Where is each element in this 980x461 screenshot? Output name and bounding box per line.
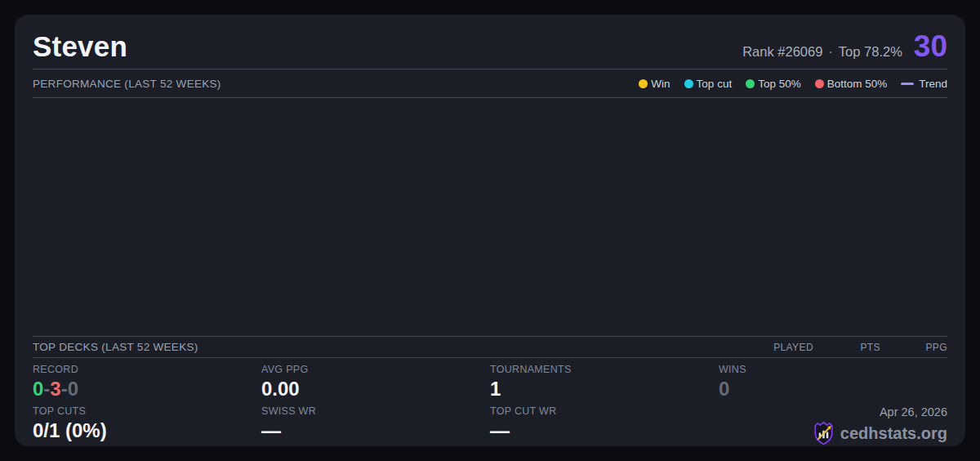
record-separator: - (61, 378, 68, 400)
stats-row-2: TOP CUTS 0/1 (0%) SWISS WR — TOP CUT WR … (33, 400, 947, 445)
brand-name: cedhstats.org (840, 424, 947, 443)
stat-label: TOP CUTS (33, 405, 261, 417)
stat-label: SWISS WR (261, 405, 490, 417)
legend-label: Win (651, 78, 670, 90)
stat-label: TOURNAMENTS (490, 364, 719, 375)
player-name: Steven (33, 31, 127, 62)
legend-label: Trend (919, 78, 947, 90)
brand: cedhstats.org (719, 421, 947, 445)
stat-record: RECORD 0-3-0 (33, 358, 261, 400)
legend-label: Bottom 50% (827, 78, 888, 90)
column-ppg: PPG (880, 342, 947, 353)
swiss-wr-value: — (261, 419, 490, 441)
legend-item-top-50: Top 50% (746, 78, 801, 90)
performance-chart (33, 98, 947, 336)
top-cut-dot-icon (684, 79, 693, 88)
legend-item-bottom-50: Bottom 50% (815, 78, 888, 90)
stat-wins: WINS 0 (719, 358, 947, 400)
rank-text: Rank #26069·Top 78.2% (742, 44, 902, 60)
win-dot-icon (639, 79, 648, 88)
rank-summary: Rank #26069·Top 78.2% 30 (742, 33, 947, 60)
stat-label: WINS (719, 364, 947, 375)
top-decks-header: TOP DECKS (LAST 52 WEEKS) PLAYED PTS PPG (33, 337, 947, 357)
top-50-dot-icon (746, 79, 755, 88)
legend-label: Top cut (697, 78, 733, 90)
stats-section: RECORD 0-3-0 AVG PPG 0.00 TOURNAMENTS 1 … (33, 358, 947, 445)
legend-item-trend: Trend (901, 78, 947, 90)
legend-item-top-cut: Top cut (684, 78, 733, 90)
record-wins: 0 (33, 378, 43, 400)
top-cuts-value: 0/1 (0%) (33, 419, 261, 441)
stat-top-cuts: TOP CUTS 0/1 (0%) (33, 400, 261, 445)
generated-date: Apr 26, 2026 (719, 405, 947, 418)
column-played: PLAYED (746, 342, 813, 353)
tournaments-value: 1 (490, 378, 719, 400)
trend-line-icon (901, 83, 914, 85)
stat-swiss-wr: SWISS WR — (261, 400, 490, 445)
card-footer: Apr 26, 2026 cedhstats.org (719, 400, 947, 445)
bottom-50-dot-icon (815, 79, 824, 88)
performance-header: PERFORMANCE (LAST 52 WEEKS) Win Top cut … (33, 69, 947, 97)
record-value: 0-3-0 (33, 378, 261, 400)
player-score: 30 (914, 33, 947, 60)
chart-legend: Win Top cut Top 50% Bottom 50% Trend (639, 78, 947, 90)
stat-label: TOP CUT WR (490, 405, 719, 417)
avg-ppg-value: 0.00 (261, 378, 490, 400)
rank-number: Rank #26069 (742, 44, 822, 59)
top-percent: Top 78.2% (839, 44, 902, 59)
stats-row-1: RECORD 0-3-0 AVG PPG 0.00 TOURNAMENTS 1 … (33, 358, 947, 400)
legend-label: Top 50% (758, 78, 801, 90)
top-decks-title: TOP DECKS (LAST 52 WEEKS) (33, 341, 198, 353)
cedhstats-shield-logo-icon (813, 421, 835, 445)
card-header: Steven Rank #26069·Top 78.2% 30 (33, 31, 947, 62)
performance-title: PERFORMANCE (LAST 52 WEEKS) (33, 78, 221, 90)
top-cut-wr-value: — (490, 419, 719, 441)
column-pts: PTS (813, 342, 880, 353)
dot-separator: · (828, 44, 833, 59)
stat-label: AVG PPG (261, 364, 490, 375)
player-stats-card: Steven Rank #26069·Top 78.2% 30 PERFORMA… (15, 15, 965, 446)
stat-label: RECORD (33, 364, 261, 375)
legend-item-win: Win (639, 78, 670, 90)
record-draws: 0 (68, 378, 78, 400)
wins-value: 0 (719, 378, 947, 400)
stat-avg-ppg: AVG PPG 0.00 (261, 358, 490, 400)
deck-column-headers: PLAYED PTS PPG (746, 342, 947, 353)
record-losses: 3 (50, 378, 60, 400)
stat-top-cut-wr: TOP CUT WR — (490, 400, 719, 445)
stat-tournaments: TOURNAMENTS 1 (490, 358, 719, 400)
